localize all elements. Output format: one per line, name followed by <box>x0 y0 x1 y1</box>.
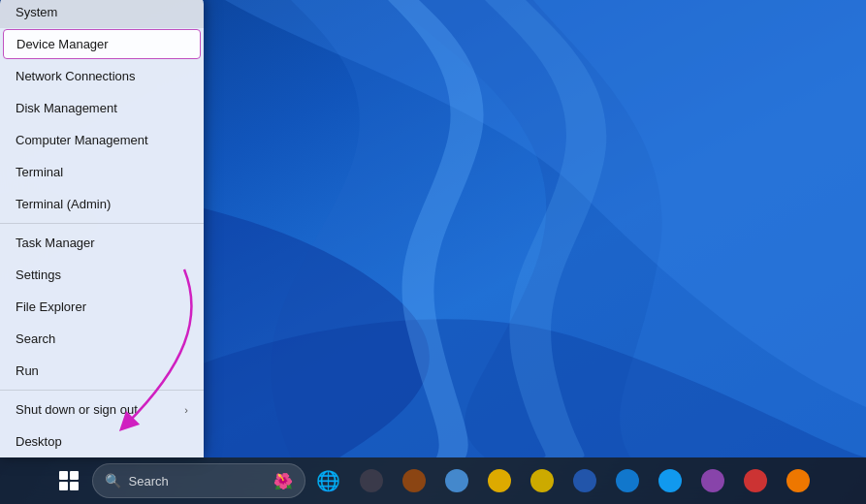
start-button[interactable] <box>49 461 88 500</box>
taskbar-icon-globe[interactable]: 🌐 <box>309 461 348 500</box>
menu-item-task-manager[interactable]: Task Manager <box>0 227 204 259</box>
menu-separator-after-run <box>0 390 204 391</box>
menu-item-label-network-connections: Network Connections <box>16 69 136 83</box>
menu-item-label-device-manager: Device Manager <box>16 37 109 51</box>
menu-item-terminal-admin[interactable]: Terminal (Admin) <box>0 188 204 220</box>
search-bar[interactable]: 🔍 Search 🌺 <box>92 463 305 498</box>
menu-item-search[interactable]: Search <box>0 323 204 355</box>
menu-item-label-computer-management: Computer Management <box>16 133 148 147</box>
menu-item-label-shut-down: Shut down or sign out <box>16 402 138 417</box>
taskbar-icon-5[interactable] <box>523 461 561 500</box>
menu-item-label-file-explorer: File Explorer <box>16 299 86 314</box>
taskbar-icon-4[interactable] <box>480 461 519 500</box>
logo-quad-br <box>70 482 79 490</box>
logo-quad-bl <box>59 482 68 490</box>
menu-item-label-settings: Settings <box>16 268 61 282</box>
menu-item-arrow-shut-down: › <box>184 404 188 416</box>
taskbar-icon-11[interactable] <box>779 461 818 500</box>
logo-quad-tl <box>59 471 68 480</box>
menu-item-file-explorer[interactable]: File Explorer <box>0 291 204 323</box>
menu-item-label-search: Search <box>16 331 55 346</box>
taskbar-icon-2[interactable] <box>395 461 433 500</box>
menu-item-shut-down[interactable]: Shut down or sign out› <box>0 394 204 425</box>
menu-item-label-desktop: Desktop <box>16 434 62 449</box>
windows-logo <box>59 471 79 490</box>
taskbar-icon-7[interactable] <box>608 461 647 500</box>
desktop: SystemDevice ManagerNetwork ConnectionsD… <box>0 0 866 504</box>
menu-separator-after-terminal-admin <box>0 223 204 224</box>
menu-item-network-connections[interactable]: Network Connections <box>0 60 204 92</box>
taskbar-icon-1[interactable] <box>352 461 391 500</box>
menu-item-label-run: Run <box>16 363 39 378</box>
search-label: Search <box>129 474 169 488</box>
menu-item-desktop[interactable]: Desktop <box>0 425 204 457</box>
menu-item-disk-management[interactable]: Disk Management <box>0 92 204 124</box>
taskbar-icon-10[interactable] <box>736 461 775 500</box>
menu-item-label-disk-management: Disk Management <box>16 101 117 115</box>
menu-item-settings[interactable]: Settings <box>0 259 204 291</box>
taskbar: 🔍 Search 🌺 🌐 <box>0 457 866 504</box>
menu-item-label-system: System <box>16 5 57 19</box>
taskbar-center: 🔍 Search 🌺 🌐 <box>49 461 818 500</box>
menu-item-computer-management[interactable]: Computer Management <box>0 124 204 156</box>
menu-item-label-terminal: Terminal <box>16 165 63 179</box>
taskbar-icon-3[interactable] <box>437 461 476 500</box>
menu-item-run[interactable]: Run <box>0 355 204 387</box>
taskbar-icon-9[interactable] <box>693 461 732 500</box>
menu-item-label-terminal-admin: Terminal (Admin) <box>16 197 111 211</box>
logo-quad-tr <box>70 471 79 480</box>
menu-item-device-manager[interactable]: Device Manager <box>3 29 201 59</box>
menu-item-terminal[interactable]: Terminal <box>0 156 204 188</box>
search-flower-emoji: 🌺 <box>273 472 293 490</box>
taskbar-icon-6[interactable] <box>565 461 604 500</box>
search-icon: 🔍 <box>105 473 121 488</box>
context-menu: SystemDevice ManagerNetwork ConnectionsD… <box>0 0 204 457</box>
taskbar-icon-8[interactable] <box>651 461 690 500</box>
menu-item-label-task-manager: Task Manager <box>16 236 95 250</box>
menu-item-system[interactable]: System <box>0 0 204 28</box>
